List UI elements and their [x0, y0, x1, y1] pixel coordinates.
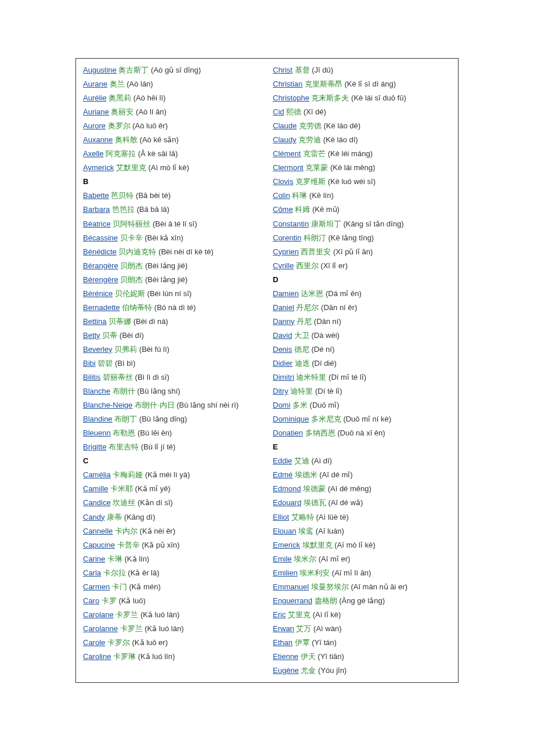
name-link[interactable]: Bénédicte	[83, 247, 117, 256]
name-link[interactable]: Candy	[83, 513, 105, 521]
name-link[interactable]: Brigitte	[83, 442, 106, 451]
name-link[interactable]: Bettina	[83, 317, 106, 326]
pinyin-text: (Kǎ luō er)	[132, 638, 168, 647]
name-link[interactable]: Donatien	[273, 429, 303, 437]
name-link[interactable]: Cid	[273, 107, 284, 116]
name-link[interactable]: Christian	[273, 80, 302, 88]
name-link[interactable]: Babette	[83, 191, 109, 200]
name-link[interactable]: Clovis	[273, 177, 293, 186]
pinyin-text: (Kè léi máng)	[328, 149, 373, 158]
name-link[interactable]: Carole	[83, 638, 105, 647]
name-link[interactable]: Ditry	[273, 387, 288, 395]
name-link[interactable]: Cyrille	[273, 261, 294, 270]
name-link[interactable]: Côme	[273, 205, 293, 214]
name-link[interactable]: Carolane	[83, 610, 114, 619]
name-link[interactable]: Emilien	[273, 568, 298, 577]
name-link[interactable]: Eugène	[273, 666, 299, 675]
name-link[interactable]: Caroline	[83, 652, 111, 661]
pinyin-text: (Dí tè lǐ)	[315, 387, 342, 395]
name-link[interactable]: Aymerick	[83, 163, 114, 172]
name-link[interactable]: Blandine	[83, 415, 113, 423]
name-link[interactable]: Christophe	[273, 93, 309, 102]
pinyin-text: (Aī mǐ lì ān)	[332, 568, 371, 577]
name-link[interactable]: Dimitri	[273, 373, 294, 381]
name-link[interactable]: Camille	[83, 484, 108, 493]
name-link[interactable]: Bibi	[83, 359, 96, 368]
name-link[interactable]: Aurélie	[83, 93, 106, 102]
name-link[interactable]: Caro	[83, 596, 99, 605]
name-link[interactable]: Clermont	[273, 163, 304, 172]
name-link[interactable]: Domi	[273, 401, 290, 409]
name-entry: Christophe 克来斯多夫 (Kè lái sī duō fū)	[273, 91, 451, 105]
name-link[interactable]: Camélia	[83, 470, 111, 479]
name-link[interactable]: Beverley	[83, 345, 113, 354]
name-link[interactable]: Edouard	[273, 498, 301, 507]
pinyin-text: (Aì wàn)	[313, 624, 341, 633]
name-link[interactable]: David	[273, 331, 292, 340]
pinyin-text: (Duō nà xī ēn)	[337, 429, 385, 437]
name-link[interactable]: Emile	[273, 555, 292, 563]
name-link[interactable]: Didier	[273, 359, 293, 368]
chinese-text: 达米恩	[299, 289, 326, 298]
pinyin-text: (Dé ní)	[311, 345, 334, 354]
name-link[interactable]: Barbara	[83, 205, 110, 214]
name-link[interactable]: Bleuenn	[83, 429, 111, 437]
name-link[interactable]: Bérangère	[83, 261, 118, 270]
name-link[interactable]: Clément	[273, 149, 301, 158]
name-link[interactable]: Carla	[83, 568, 101, 577]
name-link[interactable]: Emerick	[273, 541, 300, 549]
name-link[interactable]: Claude	[273, 121, 297, 130]
name-link[interactable]: Edmond	[273, 484, 301, 493]
name-link[interactable]: Cyprien	[273, 247, 299, 256]
name-link[interactable]: Carine	[83, 555, 105, 563]
name-link[interactable]: Danny	[273, 317, 295, 326]
name-link[interactable]: Etienne	[273, 652, 298, 661]
name-link[interactable]: Eddie	[273, 456, 292, 465]
name-link[interactable]: Dominique	[273, 415, 309, 423]
chinese-text: 迪米特里	[294, 373, 329, 381]
name-link[interactable]: Claudy	[273, 135, 296, 144]
name-link[interactable]: Constantin	[273, 219, 309, 228]
name-link[interactable]: Betty	[83, 331, 100, 340]
name-link[interactable]: Bécassine	[83, 233, 118, 242]
name-link[interactable]: Daniel	[273, 303, 294, 312]
name-link[interactable]: Bérengère	[83, 275, 118, 284]
name-link[interactable]: Blanche	[83, 387, 110, 395]
name-link[interactable]: Denis	[273, 345, 292, 354]
name-link[interactable]: Bilitis	[83, 373, 100, 381]
pinyin-text: (Bèi kǎ xīn)	[145, 233, 183, 242]
name-link[interactable]: Blanche-Neige	[83, 401, 132, 409]
pinyin-text: (Duō mǐ)	[310, 401, 340, 409]
name-entry: Capucine 卡普辛 (Kǎ pǔ xīn)	[83, 538, 261, 552]
chinese-text: 丹尼尔	[294, 303, 321, 312]
name-link[interactable]: Colin	[273, 191, 290, 200]
name-link[interactable]: Corentin	[273, 233, 301, 242]
name-link[interactable]: Axelle	[83, 149, 103, 158]
name-link[interactable]: Elliot	[273, 513, 289, 521]
name-link[interactable]: Enguerrand	[273, 596, 312, 605]
name-link[interactable]: Augustine	[83, 66, 117, 74]
name-link[interactable]: Edmé	[273, 470, 293, 479]
name-link[interactable]: Christ	[273, 66, 293, 74]
name-link[interactable]: Auxanne	[83, 135, 113, 144]
name-link[interactable]: Cannelle	[83, 527, 113, 535]
name-link[interactable]: Bérénice	[83, 289, 113, 298]
name-link[interactable]: Carmen	[83, 582, 110, 591]
name-link[interactable]: Auriane	[83, 107, 109, 116]
chinese-text: 卡米耶	[108, 484, 135, 493]
name-link[interactable]: Erwan	[273, 624, 294, 633]
name-link[interactable]: Bernadette	[83, 303, 120, 312]
name-link[interactable]: Emmanuel	[273, 582, 309, 591]
name-link[interactable]: Béatrice	[83, 219, 111, 228]
name-link[interactable]: Ethan	[273, 638, 293, 647]
name-link[interactable]: Elouan	[273, 527, 296, 535]
name-entry: Damien 达米恩 (Dá mǐ ēn)	[273, 287, 451, 301]
chinese-text: 迪迭	[293, 359, 312, 368]
name-link[interactable]: Aurane	[83, 80, 107, 88]
name-link[interactable]: Capucine	[83, 541, 115, 549]
name-link[interactable]: Eric	[273, 610, 286, 619]
name-link[interactable]: Aurore	[83, 121, 106, 130]
name-link[interactable]: Damien	[273, 289, 299, 298]
name-link[interactable]: Carolanne	[83, 624, 118, 633]
name-link[interactable]: Candice	[83, 498, 111, 507]
